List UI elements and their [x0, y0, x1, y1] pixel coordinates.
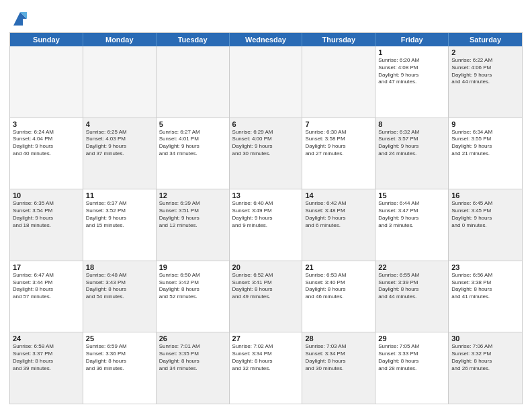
day-number: 15 — [378, 191, 445, 199]
day-cell-16: 16Sunrise: 6:45 AM Sunset: 3:45 PM Dayli… — [449, 189, 522, 261]
day-details: Sunrise: 7:02 AM Sunset: 3:34 PM Dayligh… — [232, 343, 300, 372]
day-cell-4: 4Sunrise: 6:25 AM Sunset: 4:03 PM Daylig… — [83, 118, 157, 189]
day-cell-15: 15Sunrise: 6:44 AM Sunset: 3:47 PM Dayli… — [375, 189, 449, 261]
empty-cell — [302, 46, 375, 118]
calendar-header: SundayMondayTuesdayWednesdayThursdayFrid… — [10, 33, 522, 46]
weekday-header-monday: Monday — [83, 33, 157, 46]
calendar-row-4: 24Sunrise: 6:58 AM Sunset: 3:37 PM Dayli… — [10, 332, 522, 404]
day-cell-13: 13Sunrise: 6:40 AM Sunset: 3:49 PM Dayli… — [230, 189, 303, 261]
day-cell-14: 14Sunrise: 6:42 AM Sunset: 3:48 PM Dayli… — [302, 189, 375, 261]
header — [9, 7, 523, 28]
day-details: Sunrise: 6:55 AM Sunset: 3:39 PM Dayligh… — [378, 272, 445, 301]
weekday-header-tuesday: Tuesday — [157, 33, 230, 46]
day-cell-3: 3Sunrise: 6:24 AM Sunset: 4:04 PM Daylig… — [10, 118, 83, 189]
day-cell-21: 21Sunrise: 6:53 AM Sunset: 3:40 PM Dayli… — [302, 261, 375, 332]
day-details: Sunrise: 6:34 AM Sunset: 3:55 PM Dayligh… — [451, 129, 519, 158]
day-cell-26: 26Sunrise: 7:01 AM Sunset: 3:35 PM Dayli… — [157, 332, 230, 404]
day-cell-7: 7Sunrise: 6:30 AM Sunset: 3:58 PM Daylig… — [302, 118, 375, 189]
day-number: 19 — [159, 263, 226, 271]
day-number: 30 — [451, 334, 519, 342]
empty-cell — [10, 46, 83, 118]
weekday-header-wednesday: Wednesday — [230, 33, 303, 46]
day-details: Sunrise: 6:58 AM Sunset: 3:37 PM Dayligh… — [13, 343, 80, 372]
day-details: Sunrise: 6:56 AM Sunset: 3:38 PM Dayligh… — [451, 272, 519, 301]
day-number: 27 — [232, 334, 300, 342]
day-details: Sunrise: 6:45 AM Sunset: 3:45 PM Dayligh… — [451, 200, 519, 229]
day-number: 9 — [451, 120, 519, 128]
day-number: 5 — [159, 120, 226, 128]
day-cell-19: 19Sunrise: 6:50 AM Sunset: 3:42 PM Dayli… — [157, 261, 230, 332]
day-details: Sunrise: 7:03 AM Sunset: 3:34 PM Dayligh… — [305, 343, 372, 372]
day-number: 28 — [305, 334, 372, 342]
day-cell-5: 5Sunrise: 6:27 AM Sunset: 4:01 PM Daylig… — [157, 118, 230, 189]
day-cell-27: 27Sunrise: 7:02 AM Sunset: 3:34 PM Dayli… — [230, 332, 303, 404]
day-details: Sunrise: 6:22 AM Sunset: 4:06 PM Dayligh… — [451, 57, 519, 86]
calendar-row-1: 3Sunrise: 6:24 AM Sunset: 4:04 PM Daylig… — [10, 118, 522, 190]
empty-cell — [157, 46, 230, 118]
day-details: Sunrise: 6:30 AM Sunset: 3:58 PM Dayligh… — [305, 129, 372, 158]
day-details: Sunrise: 6:44 AM Sunset: 3:47 PM Dayligh… — [378, 200, 445, 229]
empty-cell — [230, 46, 303, 118]
day-details: Sunrise: 6:50 AM Sunset: 3:42 PM Dayligh… — [159, 272, 226, 301]
logo-icon — [11, 9, 30, 28]
day-number: 18 — [86, 263, 153, 271]
weekday-header-friday: Friday — [375, 33, 449, 46]
day-number: 3 — [13, 120, 80, 128]
calendar-row-2: 10Sunrise: 6:35 AM Sunset: 3:54 PM Dayli… — [10, 189, 522, 261]
day-details: Sunrise: 6:35 AM Sunset: 3:54 PM Dayligh… — [13, 200, 80, 229]
day-details: Sunrise: 6:59 AM Sunset: 3:36 PM Dayligh… — [86, 343, 153, 372]
day-cell-6: 6Sunrise: 6:29 AM Sunset: 4:00 PM Daylig… — [230, 118, 303, 189]
day-number: 17 — [13, 263, 80, 271]
day-cell-12: 12Sunrise: 6:39 AM Sunset: 3:51 PM Dayli… — [157, 189, 230, 261]
day-number: 20 — [232, 263, 300, 271]
day-number: 12 — [159, 191, 226, 199]
day-cell-28: 28Sunrise: 7:03 AM Sunset: 3:34 PM Dayli… — [302, 332, 375, 404]
day-number: 8 — [378, 120, 445, 128]
day-details: Sunrise: 6:29 AM Sunset: 4:00 PM Dayligh… — [232, 129, 300, 158]
day-cell-24: 24Sunrise: 6:58 AM Sunset: 3:37 PM Dayli… — [10, 332, 83, 404]
day-number: 25 — [86, 334, 153, 342]
calendar: SundayMondayTuesdayWednesdayThursdayFrid… — [9, 32, 523, 404]
day-cell-9: 9Sunrise: 6:34 AM Sunset: 3:55 PM Daylig… — [449, 118, 522, 189]
day-details: Sunrise: 6:32 AM Sunset: 3:57 PM Dayligh… — [378, 129, 445, 158]
day-cell-10: 10Sunrise: 6:35 AM Sunset: 3:54 PM Dayli… — [10, 189, 83, 261]
day-number: 1 — [378, 48, 445, 56]
day-details: Sunrise: 6:48 AM Sunset: 3:43 PM Dayligh… — [86, 272, 153, 301]
day-number: 14 — [305, 191, 372, 199]
day-cell-11: 11Sunrise: 6:37 AM Sunset: 3:52 PM Dayli… — [83, 189, 157, 261]
day-cell-22: 22Sunrise: 6:55 AM Sunset: 3:39 PM Dayli… — [375, 261, 449, 332]
day-number: 29 — [378, 334, 445, 342]
day-number: 16 — [451, 191, 519, 199]
calendar-row-0: 1Sunrise: 6:20 AM Sunset: 4:08 PM Daylig… — [10, 46, 522, 118]
day-number: 10 — [13, 191, 80, 199]
day-cell-17: 17Sunrise: 6:47 AM Sunset: 3:44 PM Dayli… — [10, 261, 83, 332]
empty-cell — [83, 46, 157, 118]
day-details: Sunrise: 6:52 AM Sunset: 3:41 PM Dayligh… — [232, 272, 300, 301]
day-details: Sunrise: 6:53 AM Sunset: 3:40 PM Dayligh… — [305, 272, 372, 301]
logo — [9, 9, 30, 28]
day-cell-23: 23Sunrise: 6:56 AM Sunset: 3:38 PM Dayli… — [449, 261, 522, 332]
weekday-header-thursday: Thursday — [302, 33, 375, 46]
day-details: Sunrise: 7:05 AM Sunset: 3:33 PM Dayligh… — [378, 343, 445, 372]
day-cell-30: 30Sunrise: 7:06 AM Sunset: 3:32 PM Dayli… — [449, 332, 522, 404]
day-number: 11 — [86, 191, 153, 199]
day-cell-1: 1Sunrise: 6:20 AM Sunset: 4:08 PM Daylig… — [375, 46, 449, 118]
day-details: Sunrise: 6:24 AM Sunset: 4:04 PM Dayligh… — [13, 129, 80, 158]
day-cell-18: 18Sunrise: 6:48 AM Sunset: 3:43 PM Dayli… — [83, 261, 157, 332]
day-details: Sunrise: 6:27 AM Sunset: 4:01 PM Dayligh… — [159, 129, 226, 158]
page: SundayMondayTuesdayWednesdayThursdayFrid… — [0, 0, 532, 411]
weekday-header-sunday: Sunday — [10, 33, 83, 46]
day-number: 21 — [305, 263, 372, 271]
day-details: Sunrise: 7:06 AM Sunset: 3:32 PM Dayligh… — [451, 343, 519, 372]
day-cell-25: 25Sunrise: 6:59 AM Sunset: 3:36 PM Dayli… — [83, 332, 157, 404]
day-details: Sunrise: 7:01 AM Sunset: 3:35 PM Dayligh… — [159, 343, 226, 372]
calendar-row-3: 17Sunrise: 6:47 AM Sunset: 3:44 PM Dayli… — [10, 261, 522, 333]
day-number: 13 — [232, 191, 300, 199]
day-details: Sunrise: 6:42 AM Sunset: 3:48 PM Dayligh… — [305, 200, 372, 229]
day-number: 6 — [232, 120, 300, 128]
day-number: 2 — [451, 48, 519, 56]
day-details: Sunrise: 6:25 AM Sunset: 4:03 PM Dayligh… — [86, 129, 153, 158]
day-cell-8: 8Sunrise: 6:32 AM Sunset: 3:57 PM Daylig… — [375, 118, 449, 189]
day-cell-29: 29Sunrise: 7:05 AM Sunset: 3:33 PM Dayli… — [375, 332, 449, 404]
day-number: 24 — [13, 334, 80, 342]
